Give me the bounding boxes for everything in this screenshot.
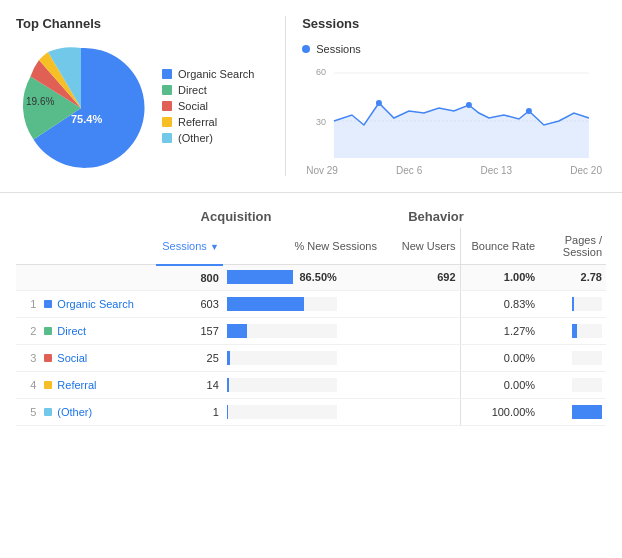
col-bounce-header[interactable]: Bounce Rate xyxy=(460,228,539,265)
legend-item-other: (Other) xyxy=(162,132,254,144)
legend-item-referral: Referral xyxy=(162,116,254,128)
svg-point-7 xyxy=(376,100,382,106)
row-new-users xyxy=(381,291,460,318)
total-sessions: 800 xyxy=(156,265,223,291)
total-new-sessions-pct: 86.50% xyxy=(299,271,336,283)
legend-label-referral: Referral xyxy=(178,116,217,128)
row-sessions: 603 xyxy=(156,291,223,318)
x-axis-labels: Nov 29 Dec 6 Dec 13 Dec 20 xyxy=(302,165,606,176)
row-pages-session xyxy=(539,398,606,425)
channel-color-dot xyxy=(44,381,52,389)
row-bounce-rate: 100.00% xyxy=(460,398,539,425)
channel-color-dot xyxy=(44,408,52,416)
row-pages-session xyxy=(539,291,606,318)
sessions-legend: Sessions xyxy=(302,43,606,55)
referral-dot xyxy=(162,117,172,127)
svg-text:75.4%: 75.4% xyxy=(71,113,102,125)
row-new-users xyxy=(381,317,460,344)
row-pages-session xyxy=(539,344,606,371)
table-row: 5 (Other) 1 100.00% xyxy=(16,398,606,425)
col-channel-header xyxy=(40,228,156,265)
channel-rows-table: 1 Organic Search 603 0.83% 2 xyxy=(16,291,606,426)
behavior-group-label: Behavior xyxy=(336,209,536,224)
row-sessions: 157 xyxy=(156,317,223,344)
organic-search-dot xyxy=(162,69,172,79)
x-label-dec6: Dec 6 xyxy=(396,165,422,176)
channel-link[interactable]: Direct xyxy=(57,325,86,337)
pie-legend: Organic Search Direct Social Referral (O… xyxy=(162,68,254,148)
top-channels-panel: Top Channels 75.4% 19.6% xyxy=(16,16,269,176)
table-row: 4 Referral 14 0.00% xyxy=(16,371,606,398)
row-sessions: 14 xyxy=(156,371,223,398)
table-row: 2 Direct 157 1.27% xyxy=(16,317,606,344)
row-channel: (Other) xyxy=(40,398,156,425)
data-table-section: Acquisition Behavior Sessions ▼ % New Se… xyxy=(0,193,622,438)
row-pages-session xyxy=(539,371,606,398)
row-new-sessions-bar xyxy=(223,371,381,398)
row-num: 4 xyxy=(16,371,40,398)
channel-link[interactable]: Referral xyxy=(57,379,96,391)
channel-color-dot xyxy=(44,327,52,335)
social-dot xyxy=(162,101,172,111)
svg-text:60: 60 xyxy=(316,67,326,77)
svg-marker-6 xyxy=(334,103,589,158)
x-label-dec20: Dec 20 xyxy=(570,165,602,176)
legend-label-direct: Direct xyxy=(178,84,207,96)
col-num-header xyxy=(16,228,40,265)
col-pages-header[interactable]: Pages / Session xyxy=(539,228,606,265)
row-sessions: 1 xyxy=(156,398,223,425)
row-channel: Social xyxy=(40,344,156,371)
sessions-legend-dot xyxy=(302,45,310,53)
top-channels-title: Top Channels xyxy=(16,16,269,31)
sessions-title: Sessions xyxy=(302,16,606,31)
analytics-table: Sessions ▼ % New Sessions New Users Boun… xyxy=(16,228,606,291)
row-num: 2 xyxy=(16,317,40,344)
total-pages-session: 2.78 xyxy=(539,265,606,291)
legend-item-social: Social xyxy=(162,100,254,112)
total-row: 800 86.50% 692 1.00% 2.78 xyxy=(16,265,606,291)
row-num: 3 xyxy=(16,344,40,371)
row-sessions: 25 xyxy=(156,344,223,371)
sort-arrow-icon: ▼ xyxy=(210,242,219,252)
channel-color-dot xyxy=(44,300,52,308)
total-new-users: 692 xyxy=(381,265,460,291)
total-channel xyxy=(40,265,156,291)
svg-point-8 xyxy=(466,102,472,108)
legend-label-social: Social xyxy=(178,100,208,112)
sessions-line-chart: 60 30 xyxy=(302,63,606,163)
row-bounce-rate: 0.83% xyxy=(460,291,539,318)
acquisition-group-label: Acquisition xyxy=(136,209,336,224)
total-num xyxy=(16,265,40,291)
row-bounce-rate: 0.00% xyxy=(460,371,539,398)
row-new-users xyxy=(381,398,460,425)
row-pages-session xyxy=(539,317,606,344)
svg-text:19.6%: 19.6% xyxy=(26,96,54,107)
channel-link[interactable]: Social xyxy=(57,352,87,364)
channel-link[interactable]: Organic Search xyxy=(57,298,133,310)
row-bounce-rate: 1.27% xyxy=(460,317,539,344)
row-new-sessions-bar xyxy=(223,344,381,371)
row-num: 1 xyxy=(16,291,40,318)
table-row: 1 Organic Search 603 0.83% xyxy=(16,291,606,318)
legend-item-organic: Organic Search xyxy=(162,68,254,80)
row-new-users xyxy=(381,344,460,371)
col-sessions-header[interactable]: Sessions ▼ xyxy=(156,228,223,265)
col-new-users-header[interactable]: New Users xyxy=(381,228,460,265)
svg-text:30: 30 xyxy=(316,117,326,127)
channel-link[interactable]: (Other) xyxy=(57,406,92,418)
x-label-nov29: Nov 29 xyxy=(306,165,338,176)
row-bounce-rate: 0.00% xyxy=(460,344,539,371)
other-dot xyxy=(162,133,172,143)
channel-color-dot xyxy=(44,354,52,362)
row-channel: Referral xyxy=(40,371,156,398)
table-row: 3 Social 25 0.00% xyxy=(16,344,606,371)
pie-chart: 75.4% 19.6% xyxy=(16,43,146,173)
direct-dot xyxy=(162,85,172,95)
legend-item-direct: Direct xyxy=(162,84,254,96)
table-header-row: Sessions ▼ % New Sessions New Users Boun… xyxy=(16,228,606,265)
sessions-legend-label: Sessions xyxy=(316,43,361,55)
total-new-sessions-bar: 86.50% xyxy=(223,265,381,291)
row-new-sessions-bar xyxy=(223,291,381,318)
col-new-sessions-header[interactable]: % New Sessions xyxy=(223,228,381,265)
group-labels-row: Acquisition Behavior xyxy=(136,205,606,228)
